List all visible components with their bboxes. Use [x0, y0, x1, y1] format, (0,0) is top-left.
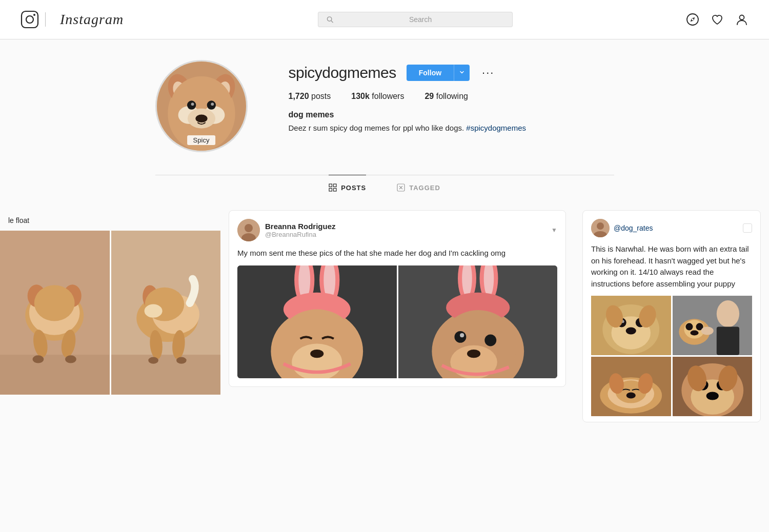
right-avatar-image: [591, 219, 610, 237]
logo[interactable]: Instagram: [21, 10, 124, 29]
tweet-dog-hat-image-2[interactable]: [398, 265, 558, 378]
svg-rect-27: [334, 189, 337, 192]
svg-point-98: [685, 323, 693, 330]
posts-area: le float: [0, 210, 769, 422]
tag-icon: [397, 183, 405, 192]
svg-point-79: [467, 349, 480, 357]
profile-icon[interactable]: [735, 13, 748, 26]
puppy-closeup-icon: [673, 357, 753, 416]
middle-post-panel: Breanna Rodriguez @BreannaRufina ▼ My mo…: [220, 210, 574, 422]
posts-count: 1,720: [289, 92, 309, 100]
puppy-image-2[interactable]: [673, 296, 753, 355]
tabs-container: POSTS TAGGED: [155, 175, 614, 200]
puppy-close-icon: [591, 296, 671, 355]
tweet-avatar-image: [237, 219, 260, 241]
dog-hat-dark-image: [237, 265, 397, 378]
followers-stat[interactable]: 130k followers: [351, 92, 404, 101]
tweet-user-name: Breanna Rodriguez: [265, 222, 551, 231]
following-count: 29: [424, 92, 434, 100]
follow-dropdown-button[interactable]: [454, 65, 470, 81]
svg-point-76: [454, 331, 466, 342]
tweet-user-handle: @BreannaRufina: [265, 231, 551, 238]
svg-point-66: [310, 349, 323, 357]
tab-posts-label: POSTS: [341, 184, 366, 192]
logo-divider: [45, 12, 46, 27]
svg-point-38: [33, 355, 44, 363]
header: Instagram: [0, 0, 769, 39]
svg-point-77: [484, 334, 496, 346]
svg-point-90: [626, 327, 636, 334]
right-post-images: [591, 296, 752, 414]
profile-username: spicydogmemes: [289, 64, 396, 81]
header-nav-icons: [686, 13, 748, 26]
instagram-logo-icon: [21, 10, 39, 29]
svg-point-50: [176, 357, 187, 363]
svg-point-8: [740, 15, 744, 20]
left-post-panel: le float: [0, 210, 220, 422]
bio-text: Deez r sum spicy dog memes for ppl who l…: [289, 124, 464, 132]
svg-rect-24: [329, 184, 332, 187]
puppy-image-3[interactable]: [591, 357, 671, 416]
posts-stat: 1,720 posts: [289, 92, 331, 101]
left-post-image-2[interactable]: [111, 231, 221, 395]
bio-hashtag[interactable]: #spicydogmemes: [466, 124, 526, 132]
tab-tagged[interactable]: TAGGED: [397, 175, 440, 200]
follow-group: Follow: [407, 65, 470, 81]
tweet-user-avatar: [237, 219, 260, 241]
right-post-checkbox[interactable]: [743, 223, 752, 233]
chevron-down-icon: [459, 70, 464, 75]
left-post-images: [0, 231, 220, 395]
tweet-text: My mom sent me these pics of the hat she…: [237, 248, 557, 259]
dog-hat-light-image: [398, 265, 558, 378]
right-post-panel: @dog_rates This is Narwhal. He was born …: [574, 210, 769, 422]
tab-tagged-label: TAGGED: [409, 184, 440, 192]
compass-icon[interactable]: [686, 13, 699, 26]
tweet-dog-hat-image-1[interactable]: [237, 265, 397, 378]
profile-stats: 1,720 posts 130k followers 29 following: [289, 92, 614, 101]
tweet-user-info: Breanna Rodriguez @BreannaRufina: [265, 222, 551, 238]
right-post-avatar: [591, 219, 610, 237]
profile-info: spicydogmemes Follow ··· 1,720 posts: [289, 60, 614, 134]
instagram-wordmark: Instagram: [60, 11, 124, 28]
profile-bio: Deez r sum spicy dog memes for ppl who l…: [289, 122, 614, 134]
followers-count: 130k: [351, 92, 370, 100]
heart-icon[interactable]: [711, 13, 724, 26]
follow-button[interactable]: Follow: [407, 65, 454, 81]
person-dog-icon: [673, 296, 753, 355]
svg-point-78: [460, 333, 464, 337]
svg-point-2: [33, 14, 35, 16]
svg-point-21: [191, 103, 194, 106]
svg-rect-95: [716, 326, 739, 355]
tweet-images: [237, 265, 557, 378]
left-post-image-1[interactable]: [0, 231, 110, 395]
avatar-label: Spicy: [187, 135, 216, 145]
corgi-running-back-icon: [0, 231, 110, 395]
puppy-image-1[interactable]: [591, 296, 671, 355]
puppy-sleeping-icon: [591, 357, 671, 416]
search-input[interactable]: [337, 15, 504, 24]
right-card: @dog_rates This is Narwhal. He was born …: [582, 210, 761, 422]
tweet-expand-icon[interactable]: ▼: [551, 227, 557, 234]
svg-point-81: [597, 222, 604, 230]
svg-point-23: [195, 114, 207, 122]
corgi-running-side-icon: [111, 231, 221, 395]
search-box[interactable]: [318, 12, 513, 27]
tweet-header: Breanna Rodriguez @BreannaRufina ▼: [237, 219, 557, 241]
svg-point-49: [148, 357, 158, 363]
svg-point-106: [626, 392, 636, 398]
avatar-container: Spicy: [155, 60, 248, 152]
search-area: [144, 12, 686, 27]
search-icon: [327, 16, 333, 23]
svg-marker-7: [690, 18, 694, 23]
following-stat[interactable]: 29 following: [424, 92, 468, 101]
puppy-image-4[interactable]: [673, 357, 753, 416]
right-post-text: This is Narwhal. He was born with an ext…: [591, 243, 752, 290]
posts-label: posts: [311, 92, 331, 100]
svg-line-4: [331, 21, 332, 22]
tab-posts[interactable]: POSTS: [329, 175, 366, 200]
svg-point-116: [706, 392, 718, 400]
svg-point-53: [144, 304, 162, 318]
more-options-button[interactable]: ···: [480, 67, 496, 78]
right-post-header: @dog_rates: [591, 219, 752, 237]
right-post-handle[interactable]: @dog_rates: [614, 224, 653, 232]
